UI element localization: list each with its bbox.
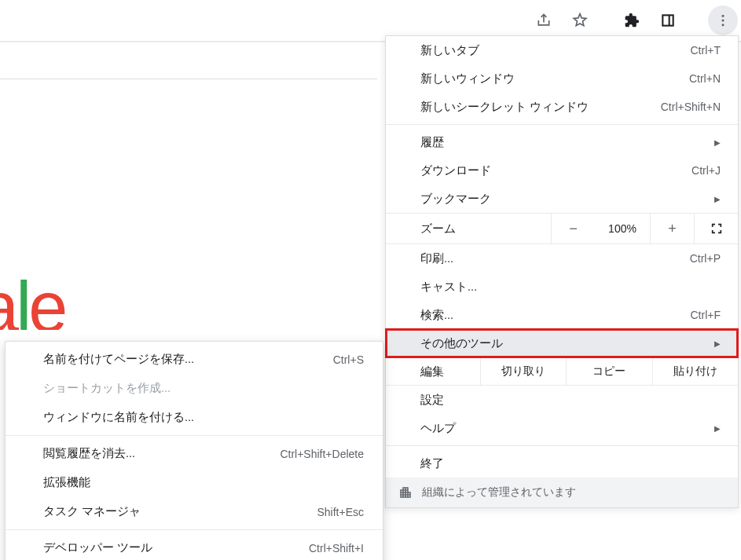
logo-char: a <box>0 268 16 330</box>
menu-exit[interactable]: 終了 <box>386 449 738 478</box>
menu-find[interactable]: 検索... Ctrl+F <box>386 301 738 329</box>
submenu-extensions[interactable]: 拡張機能 <box>6 468 383 497</box>
bookmark-star-icon[interactable] <box>565 5 595 35</box>
submenu-task-manager[interactable]: タスク マネージャ Shift+Esc <box>6 497 383 526</box>
edit-paste-button[interactable]: 貼り付け <box>652 358 738 385</box>
more-tools-submenu: 名前を付けてページを保存... Ctrl+S ショートカットを作成... ウィン… <box>5 341 383 560</box>
menu-help[interactable]: ヘルプ ▶ <box>386 414 738 442</box>
submenu-shortcut: Ctrl+Shift+Delete <box>280 448 364 460</box>
menu-label: 検索... <box>420 308 691 323</box>
submenu-shortcut: Ctrl+S <box>333 353 364 366</box>
menu-label: 終了 <box>420 456 721 471</box>
kebab-menu-icon[interactable] <box>708 5 738 35</box>
submenu-shortcut: Ctrl+Shift+I <box>309 542 364 555</box>
submenu-label: 名前を付けてページを保存... <box>43 352 333 367</box>
menu-downloads[interactable]: ダウンロード Ctrl+J <box>386 156 738 185</box>
submenu-label: ウィンドウに名前を付ける... <box>43 410 364 425</box>
managed-label: 組織によって管理されています <box>422 485 576 500</box>
menu-separator <box>386 124 738 125</box>
sidepanel-icon[interactable] <box>653 5 683 35</box>
menu-zoom-row: ズーム − 100% + <box>386 213 738 244</box>
menu-label: その他のツール <box>420 336 708 351</box>
submenu-dev-tools[interactable]: デベロッパー ツール Ctrl+Shift+I <box>6 533 383 560</box>
submenu-separator <box>6 435 383 436</box>
menu-cast[interactable]: キャスト... <box>386 273 738 301</box>
menu-shortcut: Ctrl+J <box>691 164 721 177</box>
fullscreen-button[interactable] <box>694 214 738 243</box>
menu-label: 新しいウィンドウ <box>420 71 689 86</box>
menu-shortcut: Ctrl+N <box>689 72 721 85</box>
menu-edit-row: 編集 切り取り コピー 貼り付け <box>386 357 738 386</box>
extensions-puzzle-icon[interactable] <box>617 5 647 35</box>
zoom-out-button[interactable]: − <box>551 214 595 243</box>
menu-bookmarks[interactable]: ブックマーク ▶ <box>386 185 738 213</box>
menu-label: キャスト... <box>420 280 721 295</box>
svg-point-2 <box>722 15 724 17</box>
menu-separator <box>386 445 738 446</box>
menu-more-tools[interactable]: その他のツール ▶ <box>386 329 738 357</box>
menu-label: 新しいシークレット ウィンドウ <box>420 100 661 115</box>
submenu-label: デベロッパー ツール <box>43 540 309 555</box>
building-icon <box>398 485 413 500</box>
submenu-label: 拡張機能 <box>43 475 364 490</box>
submenu-clear-browsing[interactable]: 閲覧履歴を消去... Ctrl+Shift+Delete <box>6 439 383 468</box>
menu-history[interactable]: 履歴 ▶ <box>386 128 738 156</box>
submenu-label: 閲覧履歴を消去... <box>43 446 280 461</box>
menu-shortcut: Ctrl+F <box>691 309 721 321</box>
menu-print[interactable]: 印刷... Ctrl+P <box>386 244 738 273</box>
submenu-label: タスク マネージャ <box>43 504 317 519</box>
edit-cut-button[interactable]: 切り取り <box>480 358 566 385</box>
google-logo: gale <box>0 267 157 330</box>
menu-shortcut: Ctrl+T <box>691 44 721 57</box>
menu-label: ヘルプ <box>420 421 708 436</box>
zoom-label: ズーム <box>386 221 551 236</box>
zoom-in-button[interactable]: + <box>650 214 694 243</box>
menu-label: ブックマーク <box>420 192 708 207</box>
menu-label: ダウンロード <box>420 163 691 178</box>
submenu-create-shortcut: ショートカットを作成... <box>6 374 383 403</box>
svg-point-3 <box>722 20 724 22</box>
svg-point-4 <box>722 24 724 26</box>
submenu-label: ショートカットを作成... <box>43 381 364 396</box>
submenu-shortcut: Shift+Esc <box>317 506 364 518</box>
menu-new-tab[interactable]: 新しいタブ Ctrl+T <box>386 36 738 64</box>
chrome-main-menu: 新しいタブ Ctrl+T 新しいウィンドウ Ctrl+N 新しいシークレット ウ… <box>385 35 739 508</box>
logo-char: e <box>28 268 64 330</box>
submenu-separator <box>6 529 383 530</box>
chevron-right-icon: ▶ <box>714 138 721 147</box>
menu-managed-notice[interactable]: 組織によって管理されています <box>386 478 738 507</box>
edit-copy-button[interactable]: コピー <box>566 358 651 385</box>
menu-label: 履歴 <box>420 135 708 150</box>
chevron-right-icon: ▶ <box>714 195 721 203</box>
menu-shortcut: Ctrl+P <box>690 252 721 265</box>
submenu-name-window[interactable]: ウィンドウに名前を付ける... <box>6 403 383 432</box>
chevron-right-icon: ▶ <box>714 339 721 348</box>
menu-shortcut: Ctrl+Shift+N <box>661 101 721 113</box>
submenu-save-as[interactable]: 名前を付けてページを保存... Ctrl+S <box>6 345 383 374</box>
chevron-right-icon: ▶ <box>714 424 721 433</box>
menu-new-incognito[interactable]: 新しいシークレット ウィンドウ Ctrl+Shift+N <box>386 93 738 121</box>
edit-label: 編集 <box>386 364 480 379</box>
svg-rect-0 <box>662 15 673 25</box>
menu-label: 新しいタブ <box>420 43 691 58</box>
zoom-value: 100% <box>595 222 650 235</box>
logo-char: l <box>16 268 28 330</box>
share-icon[interactable] <box>529 5 559 35</box>
menu-new-window[interactable]: 新しいウィンドウ Ctrl+N <box>386 64 738 93</box>
menu-settings[interactable]: 設定 <box>386 386 738 414</box>
menu-label: 設定 <box>420 393 721 408</box>
menu-label: 印刷... <box>420 251 690 266</box>
